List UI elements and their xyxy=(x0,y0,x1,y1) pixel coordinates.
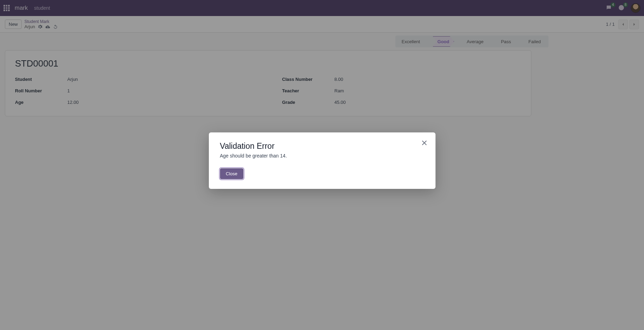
modal-overlay[interactable]: Validation Error Age should be greater t… xyxy=(0,0,644,123)
